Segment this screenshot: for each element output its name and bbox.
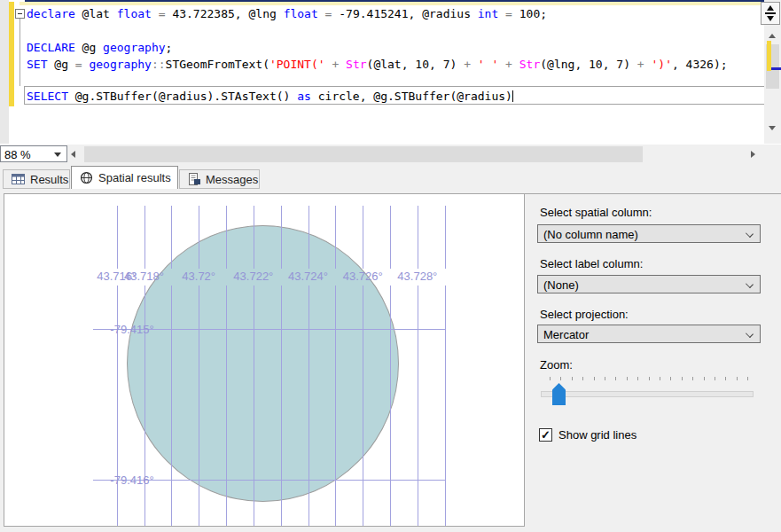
grid-line-vertical (281, 206, 282, 269)
zoom-label: Zoom: (540, 358, 573, 372)
slider-tick (704, 377, 705, 380)
tab-messages-label: Messages (206, 173, 258, 186)
scrollbar-change-marker (767, 41, 771, 71)
code-token: float (117, 7, 152, 20)
code-token: SELECT (27, 90, 68, 103)
spatial-column-dropdown[interactable]: (No column name) (537, 224, 761, 243)
tab-messages[interactable]: Messages (179, 169, 260, 189)
code-token: + (505, 58, 512, 71)
scroll-right-arrow-icon[interactable] (751, 151, 755, 158)
label-column-dropdown[interactable]: (None) (537, 275, 761, 293)
code-token: = (159, 7, 166, 20)
slider-tick (560, 377, 561, 380)
spatial-column-label: Select spatial column: (540, 206, 652, 219)
code-token (471, 58, 478, 71)
grid-line-vertical (445, 286, 446, 526)
sql-code-editor[interactable]: declare @lat float = 43.722385, @lng flo… (0, 0, 781, 144)
editor-zoom-dropdown[interactable]: 88 % (0, 145, 67, 162)
code-collapse-icon[interactable] (15, 9, 25, 19)
editor-zoom-value: 88 % (4, 148, 31, 161)
code-token: ' ' (478, 58, 498, 71)
grid-line-vertical (445, 206, 446, 269)
code-token: , 4326); (672, 58, 728, 71)
grid-line-vertical (390, 206, 391, 269)
minus-glyph (18, 13, 22, 14)
code-line[interactable]: SELECT @g.STBuffer(@radius).STAsText() a… (27, 90, 513, 103)
code-token: 'POINT(' (269, 58, 325, 71)
grid-line-vertical (254, 206, 254, 269)
code-line[interactable]: SET @g = geography::STGeomFromText('POIN… (27, 58, 728, 71)
code-token: 100; (512, 7, 547, 20)
scroll-down-arrow-icon[interactable] (769, 126, 776, 130)
tab-spatial-results-label: Spatial results (98, 171, 171, 184)
code-token: SET (27, 58, 47, 71)
projection-value: Mercator (543, 328, 589, 341)
spatial-options-panel: Select spatial column: (No column name) … (525, 193, 781, 532)
code-token: Str (519, 58, 540, 71)
editor-top-highlight (20, 2, 761, 5)
projection-dropdown[interactable]: Mercator (537, 325, 761, 343)
spatial-map-viewport[interactable]: -79.415°-79.416°43.716°43.718°43.72°43.7… (4, 193, 525, 527)
messages-icon (188, 173, 200, 185)
code-token: (@lng, 10, 7) (540, 58, 637, 71)
code-token: @lat (75, 7, 117, 20)
code-token: geography (89, 58, 151, 71)
grid-line-vertical (171, 206, 172, 269)
text-caret (512, 90, 513, 102)
code-token (498, 58, 505, 71)
grid-line-vertical (281, 286, 282, 526)
x-axis-label: 43.726° (343, 270, 383, 283)
code-token: ')' (651, 58, 671, 71)
chevron-down-icon (746, 230, 754, 238)
slider-tick (582, 377, 583, 380)
code-line[interactable]: declare @lat float = 43.722385, @lng flo… (27, 7, 547, 20)
slider-tick (550, 377, 551, 380)
code-token: circle, @g.STBuffer(@radius) (311, 90, 512, 103)
grid-line-vertical (390, 286, 391, 526)
chevron-down-icon (746, 330, 754, 338)
code-token: @g.STBuffer(@radius).STAsText() (68, 90, 297, 103)
slider-tick (594, 377, 595, 380)
geography-buffer-circle (127, 225, 399, 502)
scroll-up-arrow-icon[interactable] (769, 34, 776, 38)
tab-spatial-results[interactable]: Spatial results (71, 166, 178, 189)
slider-tick (649, 377, 650, 380)
show-grid-lines-checkbox[interactable] (539, 428, 552, 442)
y-axis-label: -79.416° (110, 473, 153, 486)
x-axis-label: 43.724° (288, 270, 328, 283)
slider-tick (747, 377, 748, 380)
code-token: (@lat, 10, 7) (367, 58, 465, 71)
horizontal-scrollbar-thumb[interactable] (84, 146, 643, 162)
code-token: -79.415241, @radius (332, 7, 477, 20)
slider-tick (715, 377, 715, 380)
grid-line-vertical (418, 286, 418, 526)
code-token (152, 7, 159, 20)
code-token: @g (75, 41, 103, 54)
code-token: ; (166, 41, 173, 54)
grid-line-vertical (363, 286, 363, 526)
grid-line-vertical (171, 286, 172, 526)
grid-line-vertical (226, 286, 227, 526)
code-token: 43.722385, @lng (166, 7, 284, 20)
slider-tick (615, 377, 616, 380)
grid-line-vertical (226, 206, 227, 269)
chevron-down-icon (746, 280, 754, 288)
zoom-slider-track[interactable] (541, 391, 754, 397)
grid-line-vertical (308, 206, 309, 269)
code-line[interactable]: DECLARE @g geography; (27, 41, 172, 54)
slider-tick (637, 377, 638, 380)
code-token (498, 7, 505, 20)
x-axis-label: 43.718° (124, 270, 164, 283)
code-token: Str (346, 58, 366, 71)
editor-splitter-button[interactable] (761, 2, 780, 25)
show-grid-lines-label[interactable]: Show grid lines (558, 428, 637, 442)
grid-line-vertical (199, 206, 199, 269)
zoom-slider-thumb[interactable] (552, 383, 566, 405)
scroll-left-arrow-icon[interactable] (71, 151, 75, 158)
x-axis-label: 43.722° (233, 270, 273, 283)
tab-results[interactable]: Results (3, 169, 70, 189)
grid-line-vertical (418, 206, 418, 269)
code-token: :: (152, 58, 166, 71)
code-token (512, 58, 519, 71)
grid-line-vertical (144, 206, 145, 269)
